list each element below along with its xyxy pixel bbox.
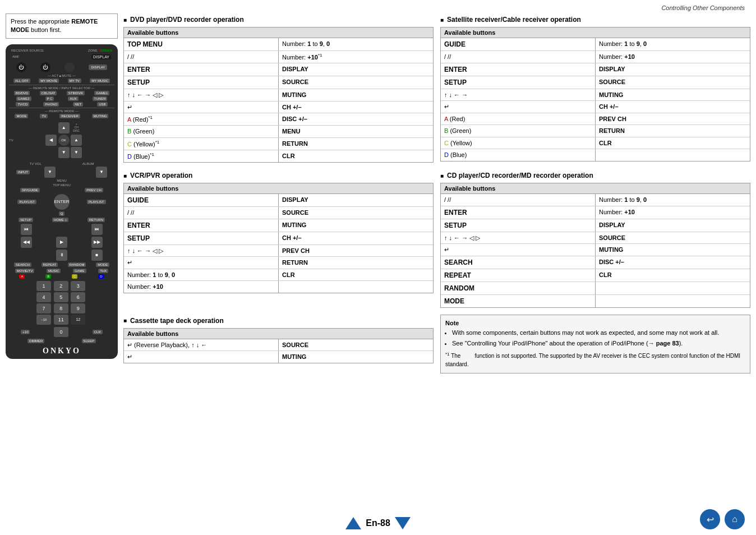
num-1[interactable]: 1 <box>36 281 51 291</box>
pause-btn[interactable]: ⏸ <box>56 250 67 261</box>
onkyo-logo: ONKYO <box>9 347 114 356</box>
mytv-btn[interactable]: MY TV <box>68 79 81 83</box>
muting-btn[interactable]: MUTING <box>92 114 109 118</box>
cd-section: CD player/CD recorder/MD recorder operat… <box>440 169 750 308</box>
stbdvr-btn[interactable]: STB/DVR <box>67 91 85 95</box>
plus10-btn[interactable]: +10 <box>21 330 30 334</box>
search-lbl-btn[interactable]: SEARCH <box>14 262 31 267</box>
b-color-btn[interactable]: B <box>45 274 51 279</box>
usb-btn[interactable]: USB <box>97 102 107 107</box>
prev-track-btn[interactable]: ⏮ <box>21 224 32 235</box>
sleep-btn[interactable]: SLEEP <box>82 339 96 343</box>
vcr-table-header: Available buttons <box>124 183 433 194</box>
cd-table-container: Available buttons / // Number: 1 to 9, 0… <box>440 183 750 308</box>
dimmer-btn[interactable]: DIMMER <box>27 339 44 343</box>
power-btn-3[interactable] <box>64 62 75 72</box>
num-0-btn[interactable]: 0 <box>54 327 68 337</box>
thx-btn[interactable]: THX <box>98 269 108 273</box>
vol-up-btn[interactable]: ▲ <box>71 135 82 146</box>
act-label: — ACT▲MUTE — <box>48 74 76 77</box>
num-7[interactable]: 7 <box>36 303 51 313</box>
return-btn[interactable]: RETURN <box>87 218 105 222</box>
repeat-btn[interactable]: REPEAT <box>42 262 58 267</box>
ffw-btn[interactable]: ▶▶ <box>91 237 103 248</box>
table-row: ↑ ↓ ← → ◁ ▷ SOURCE <box>441 232 750 244</box>
table-row: A (Red)*1 DISC +/– <box>124 113 433 126</box>
note-title: Note <box>445 320 745 326</box>
num-10[interactable]: --10 <box>36 315 51 325</box>
enter-btn[interactable]: ENTER <box>54 194 70 210</box>
table-row: ENTER MUTING <box>124 219 433 232</box>
num-2[interactable]: 2 <box>54 281 68 291</box>
phono-btn[interactable]: PHONO <box>43 102 59 107</box>
spguide-btn[interactable]: SP/GUIDE <box>20 188 40 192</box>
c-color-btn[interactable]: C <box>72 274 77 279</box>
tv-btn[interactable]: TV <box>40 114 48 118</box>
menu-label: MENU <box>57 179 67 182</box>
tv-side-label: TV <box>9 139 13 142</box>
vcr-table-container: Available buttons GUIDE DISPLAY / // SOU… <box>123 183 434 293</box>
cblisat-btn[interactable]: CBL/SAT <box>40 91 57 95</box>
num-4[interactable]: 4 <box>36 292 51 302</box>
pc-btn[interactable]: P C <box>45 96 54 101</box>
home-btn[interactable]: HOME ⌂ <box>52 218 68 222</box>
num-11[interactable]: 11 <box>54 315 68 325</box>
power-btn-1[interactable]: ⏻ <box>16 62 26 72</box>
home-icon-circle[interactable]: ⌂ <box>725 509 745 529</box>
remote-mode-label: — REMOTE MODE / INPUT SELECTOR — <box>9 85 114 90</box>
footer-down-triangle[interactable] <box>395 517 411 529</box>
up-btn[interactable]: ▲ <box>58 122 70 133</box>
vol-down-btn[interactable]: ▼ <box>71 147 82 158</box>
display-btn[interactable]: DISPLAY <box>91 54 111 59</box>
bddvd-btn[interactable]: BD/DVD <box>14 91 30 95</box>
game-btn[interactable]: GAME <box>73 269 86 273</box>
rew-btn[interactable]: ◀◀ <box>21 237 32 248</box>
prevch-btn[interactable]: PREV CH <box>85 188 103 192</box>
q-btn[interactable]: Q <box>59 211 65 216</box>
playlist2-btn[interactable]: PLAYLIST <box>87 200 106 204</box>
down3-btn[interactable]: ▼ <box>96 167 107 178</box>
mode-btn[interactable]: MODE <box>15 114 28 118</box>
a-color-btn[interactable]: A <box>19 274 25 279</box>
num-8[interactable]: 8 <box>54 303 68 313</box>
next-track-btn[interactable]: ⏭ <box>91 224 103 235</box>
table-row: ENTER Number: +10 <box>441 206 750 219</box>
d-color-btn[interactable]: D <box>98 274 104 279</box>
input-btn[interactable]: INPUT <box>16 170 30 174</box>
mode2-btn[interactable]: MODE <box>96 262 109 267</box>
setup-btn[interactable]: SETUP <box>19 218 33 222</box>
footer-up-triangle[interactable] <box>345 517 361 529</box>
alloff-btn[interactable]: ALL OFF <box>13 79 30 83</box>
back-icon-circle[interactable]: ↩ <box>700 509 720 529</box>
random-btn[interactable]: RANDOM <box>68 262 86 267</box>
num-5[interactable]: 5 <box>54 292 68 302</box>
clr-btn[interactable]: CLR <box>93 330 103 334</box>
game2-btn[interactable]: GAME2 <box>16 96 31 101</box>
receiver-btn[interactable]: RECEIVER <box>59 114 80 118</box>
ok-btn[interactable]: OK <box>58 135 70 146</box>
power-btn-2[interactable]: ⏻ <box>40 62 50 72</box>
left-btn[interactable]: ◀ <box>45 135 57 146</box>
music-btn[interactable]: MUSIC <box>47 269 61 273</box>
dvd-section-title: DVD player/DVD recorder operation <box>123 13 434 27</box>
aux-btn[interactable]: AUX <box>68 96 78 101</box>
tuner-btn[interactable]: TUNER <box>93 96 108 101</box>
num-3[interactable]: 3 <box>71 281 85 291</box>
stop-btn[interactable]: ■ <box>91 250 103 261</box>
net-btn[interactable]: NET <box>73 102 83 107</box>
playlist-btn[interactable]: PLAYLIST <box>17 200 36 204</box>
display-btn-2[interactable]: DISPLAY <box>89 64 107 70</box>
movietv-btn[interactable]: MOVIE/TV <box>15 269 35 273</box>
num-9[interactable]: 9 <box>71 303 85 313</box>
game1-btn[interactable]: GAME1 <box>94 91 109 95</box>
tvicd-btn[interactable]: TV/CD <box>16 102 29 107</box>
note-box: Note With some components, certain butto… <box>440 315 750 373</box>
num-6[interactable]: 6 <box>71 292 85 302</box>
down2-btn[interactable]: ▼ <box>44 167 56 178</box>
play-btn[interactable]: ▶ <box>56 237 67 248</box>
down-btn[interactable]: ▼ <box>58 147 70 158</box>
num-12[interactable]: 12 <box>71 315 85 325</box>
mymusic-btn[interactable]: MY MUSIC <box>90 79 110 83</box>
table-row: SETUP DISPLAY <box>441 219 750 232</box>
mymovie-btn[interactable]: MY MOVIE <box>39 79 59 83</box>
